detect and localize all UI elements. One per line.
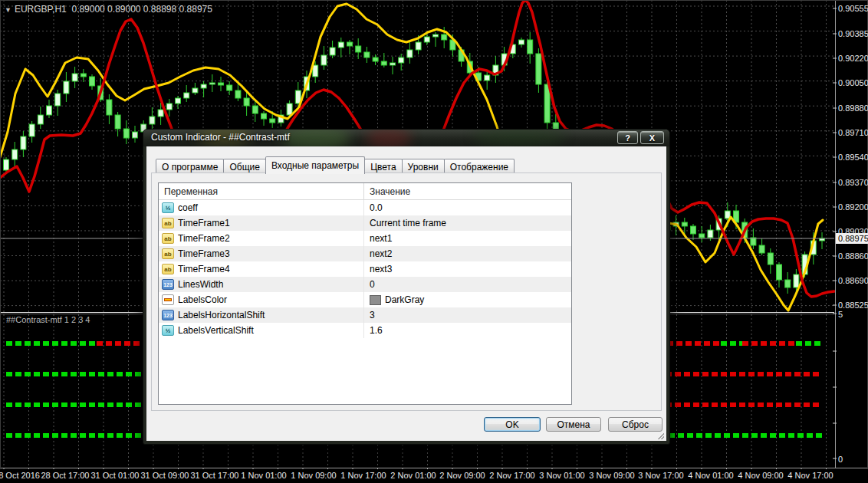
time-label: 2 Nov 17:00 (489, 471, 534, 480)
sub-scale-top: 5 (838, 310, 843, 319)
time-label: 4 Nov 17:00 (787, 471, 833, 480)
ab-type-icon: ab (162, 264, 174, 274)
terminal-window: ▼EURGBP,H1 0.89000 0.89000 0.88898 0.889… (0, 0, 868, 483)
param-value[interactable]: Current time frame (363, 215, 571, 231)
num-type-icon: 123 (162, 279, 174, 290)
tab-bar: О программеОбщиеВходные параметрыЦветаУр… (156, 156, 514, 174)
param-name: TimeFrame2 (178, 233, 230, 244)
price-label: 0.88860 (838, 251, 868, 261)
ab-type-icon: ab (162, 248, 174, 259)
close-button[interactable]: X (640, 131, 664, 144)
color-swatch (370, 295, 381, 305)
tab-цвета[interactable]: Цвета (364, 159, 402, 174)
time-label: 2 Nov 01:00 (390, 471, 436, 480)
param-row-TimeFrame4[interactable]: abTimeFrame4next3 (159, 261, 571, 277)
time-label: 31 Oct 01:00 (91, 471, 140, 480)
dialog-title: Custom Indicator - ##Contrast-mtf (151, 132, 290, 143)
param-value[interactable]: next2 (363, 246, 571, 261)
param-row-LabelsHorizontalShift[interactable]: 123LabelsHorizontalShift3 (159, 307, 571, 323)
sub-scale-bottom: 0 (838, 455, 843, 464)
param-value[interactable]: 0 (363, 277, 571, 292)
table-header: Переменная Значение (159, 183, 571, 200)
param-value[interactable]: DarkGray (363, 292, 571, 307)
price-label: 0.89710 (838, 128, 868, 137)
param-value[interactable]: 1.6 (363, 323, 571, 338)
param-row-LabelsColor[interactable]: LabelsColorDarkGray (159, 292, 571, 307)
symbol-label: ▼EURGBP,H1 0.89000 0.89000 0.88898 0.889… (5, 4, 212, 15)
param-name: TimeFrame1 (178, 218, 230, 228)
parameters-table[interactable]: Переменная Значение ½coeff0.0abTimeFrame… (158, 182, 572, 405)
tab-общие[interactable]: Общие (223, 159, 265, 174)
price-label: 0.90050 (838, 78, 868, 87)
price-axis[interactable]: 0.88975 0.905550.903850.902200.900500.89… (836, 0, 868, 468)
param-value[interactable]: next3 (363, 261, 571, 277)
time-label: 28 Oct 17:00 (41, 471, 90, 480)
time-label: 28 Oct 2016 (0, 471, 40, 480)
price-label: 0.89370 (838, 178, 868, 187)
subwindow-indicator-label: ##Contrast-mtf 1 2 3 4 (6, 315, 90, 324)
half-type-icon: ½ (162, 325, 174, 336)
ok-button[interactable]: OK (484, 417, 541, 432)
time-label: 3 Nov 17:00 (638, 471, 683, 480)
symbol-quotes: 0.89000 0.89000 0.88898 0.88975 (71, 4, 212, 15)
сброс-button[interactable]: Сброс (608, 417, 663, 432)
column-header-variable: Переменная (159, 186, 363, 197)
tab-входные-параметры[interactable]: Входные параметры (265, 156, 365, 174)
custom-indicator-dialog: Custom Indicator - ##Contrast-mtf ? X О … (143, 129, 670, 445)
ab-type-icon: ab (162, 233, 174, 244)
param-name: LabelsHorizontalShift (178, 310, 265, 320)
param-row-TimeFrame3[interactable]: abTimeFrame3next2 (159, 246, 571, 261)
time-label: 4 Nov 01:00 (688, 471, 733, 480)
param-name: LabelsColor (178, 294, 227, 305)
param-row-TimeFrame2[interactable]: abTimeFrame2next1 (159, 231, 571, 246)
price-label: 0.90385 (838, 29, 868, 38)
param-name: LabelsVerticalShift (178, 325, 254, 336)
color-bar (164, 298, 172, 301)
time-label: 31 Oct 17:00 (191, 471, 239, 480)
time-label: 1 Nov 09:00 (291, 471, 336, 480)
time-label: 1 Nov 17:00 (340, 471, 386, 480)
price-label: 0.89030 (838, 227, 868, 236)
price-label: 0.88525 (838, 301, 868, 310)
column-header-value: Значение (363, 183, 571, 199)
tab-о-программе[interactable]: О программе (156, 159, 224, 174)
price-label: 0.90555 (838, 4, 868, 13)
отмена-button[interactable]: Отмена (546, 417, 601, 432)
time-label: 4 Nov 09:00 (738, 471, 783, 480)
time-label: 1 Nov 01:00 (241, 471, 286, 480)
help-button[interactable]: ? (617, 131, 638, 144)
param-row-TimeFrame1[interactable]: abTimeFrame1Current time frame (159, 215, 571, 231)
param-value[interactable]: next1 (363, 231, 571, 246)
time-label: 31 Oct 09:00 (141, 471, 189, 480)
num-type-icon: 123 (162, 310, 174, 320)
resize-grip[interactable] (658, 433, 664, 439)
symbol-name: EURGBP,H1 (15, 4, 67, 15)
param-value[interactable]: 0.0 (363, 200, 571, 215)
time-label: 3 Nov 09:00 (589, 471, 634, 480)
price-label: 0.89200 (838, 202, 868, 212)
price-label: 0.90220 (838, 54, 868, 63)
price-label: 0.89880 (838, 104, 868, 113)
ab-type-icon: ab (162, 218, 174, 228)
time-label: 2 Nov 09:00 (439, 471, 485, 480)
param-name: TimeFrame4 (178, 264, 230, 274)
param-name: TimeFrame3 (178, 248, 230, 259)
param-row-LinesWidth[interactable]: 123LinesWidth0 (159, 277, 571, 292)
price-label: 0.88690 (838, 276, 868, 285)
param-name: coeff (178, 202, 198, 213)
param-row-coeff[interactable]: ½coeff0.0 (159, 200, 571, 215)
param-row-LabelsVerticalShift[interactable]: ½LabelsVerticalShift1.6 (159, 323, 571, 338)
dialog-client-area: О программеОбщиеВходные параметрыЦветаУр… (146, 146, 666, 441)
param-value[interactable]: 3 (363, 307, 571, 323)
tab-уровни[interactable]: Уровни (402, 159, 445, 174)
param-name: LinesWidth (178, 279, 223, 290)
price-label: 0.89540 (838, 153, 868, 162)
color-type-icon (162, 294, 174, 305)
half-type-icon: ½ (162, 202, 174, 213)
tab-отображение[interactable]: Отображение (444, 159, 515, 174)
time-label: 3 Nov 01:00 (539, 471, 584, 480)
time-axis[interactable]: 28 Oct 201628 Oct 17:0031 Oct 01:0031 Oc… (0, 469, 868, 483)
symbol-dropdown-icon[interactable]: ▼ (5, 6, 12, 14)
